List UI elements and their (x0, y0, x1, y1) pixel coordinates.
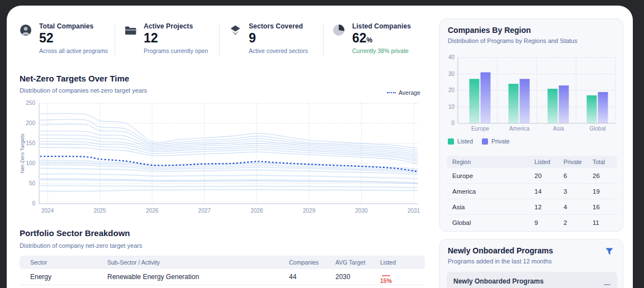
legend-label: Listed (457, 138, 473, 145)
divider (115, 23, 115, 56)
listed-swatch (448, 138, 454, 145)
table-row[interactable]: Global 9 2 11 (447, 215, 617, 230)
stat-sub: Currently 38% private (352, 47, 411, 54)
col-header-companies: Companies (289, 259, 335, 266)
svg-text:Europe: Europe (471, 126, 490, 132)
avg-target-cell: 2030 (335, 273, 380, 281)
total-cell: 19 (593, 188, 617, 195)
average-line-swatch (387, 92, 396, 93)
stat-value-suffix: % (367, 36, 373, 44)
stat-value: 12 (144, 31, 158, 45)
stat-card-listed-companies: Listed Companies 62% Currently 38% priva… (333, 22, 411, 54)
legend-item-listed[interactable]: Listed (448, 138, 473, 145)
stat-value: 52 (39, 31, 54, 45)
companies-by-region-card: Companies By Region Distribution of Prog… (439, 18, 623, 232)
filter-icon[interactable] (605, 247, 614, 256)
svg-text:2027: 2027 (198, 208, 211, 214)
newly-onboarded-card: Newly Onboarded Programs Programs added … (439, 239, 623, 288)
svg-text:0: 0 (32, 200, 35, 207)
private-cell: 2 (564, 219, 593, 226)
region-chart-legend: Listed Private (448, 138, 510, 145)
stat-label: Total Companies (39, 22, 108, 30)
region-card-title: Companies By Region (448, 26, 531, 35)
svg-text:2030: 2030 (355, 208, 368, 214)
private-cell: 4 (564, 204, 593, 210)
listed-cell: 14 (534, 188, 564, 195)
divider (219, 23, 220, 56)
table-row[interactable]: Europe 20 6 26 (447, 168, 617, 184)
region-card-subtitle: Distribution of Programs by Regions and … (448, 37, 577, 44)
svg-text:250: 250 (26, 100, 35, 106)
onboarded-list[interactable]: Newly Onboarded Programs Iberdrola Energ… (447, 272, 617, 288)
table-row[interactable]: Asia 12 4 16 (447, 199, 617, 215)
region-cell: Asia (452, 204, 534, 210)
stat-label: Sectors Covered (249, 22, 308, 30)
folder-icon (124, 24, 136, 36)
app-background: Total Companies 52 Across all active pro… (0, 0, 644, 288)
region-cell: Europe (452, 172, 534, 179)
col-header-total: Total (593, 159, 617, 165)
stat-card-active-projects: Active Projects 12 Programs currently op… (124, 22, 208, 54)
dashboard-panel: Total Companies 52 Across all active pro… (7, 6, 633, 288)
total-cell: 11 (593, 219, 617, 226)
companies-cell: 44 (289, 273, 335, 281)
pie-chart-icon (333, 24, 345, 36)
svg-text:2025: 2025 (93, 208, 106, 214)
average-legend-label: Average (399, 89, 420, 96)
svg-text:10: 10 (448, 104, 455, 110)
table-row[interactable] (20, 285, 425, 288)
stat-value: 9 (249, 31, 256, 45)
table-row[interactable]: Energy Renewable Energy Generation 44 20… (20, 269, 425, 285)
stat-value: 62 (352, 31, 367, 45)
private-cell: 3 (564, 188, 593, 195)
legend-item-private[interactable]: Private (482, 138, 510, 145)
svg-text:Asia: Asia (553, 126, 564, 132)
table-row[interactable]: America 14 3 19 (447, 184, 617, 199)
svg-text:America: America (509, 126, 530, 132)
svg-text:0: 0 (451, 120, 454, 126)
average-legend: Average (387, 89, 420, 96)
private-cell: 6 (564, 172, 593, 179)
onboarded-list-title: Newly Onboarded Programs (453, 277, 543, 285)
svg-text:200: 200 (26, 120, 35, 126)
svg-text:2029: 2029 (303, 208, 316, 214)
col-header-private: Private (564, 159, 593, 165)
col-header-region: Region (452, 159, 534, 165)
listed-cell: 20 (534, 172, 564, 179)
sector-table: Sector Sub-Sector / Activity Companies A… (20, 256, 425, 288)
svg-text:2026: 2026 (146, 208, 159, 214)
col-header-sector: Sector (30, 259, 107, 266)
sector-cell: Energy (30, 273, 107, 281)
stat-sub: Programs currently open (144, 47, 208, 54)
sector-title: Portfolio Sector Breakdown (20, 228, 130, 238)
netzero-title: Net-Zero Targets Over Time (20, 74, 129, 83)
col-header-listed: Listed (380, 259, 425, 266)
region-cell: America (452, 188, 534, 195)
svg-text:150: 150 (26, 140, 35, 146)
svg-text:50: 50 (29, 180, 36, 186)
onboarded-title: Newly Onboarded Programs (448, 246, 553, 255)
stat-sub: Across all active programs (39, 47, 108, 54)
onboarded-subtitle: Programs added in the last 12 months (448, 258, 552, 265)
col-header-avg-target: AVG Target (335, 259, 380, 266)
svg-text:2024: 2024 (41, 208, 54, 214)
sector-subtitle: Distribution of company net-zero target … (20, 242, 143, 249)
stats-row: Total Companies 52 Across all active pro… (20, 22, 426, 58)
region-table: Region Listed Private Total Europe 20 6 … (447, 156, 617, 230)
svg-text:Net-Zero Targets: Net-Zero Targets (20, 133, 25, 173)
svg-text:Global: Global (590, 126, 606, 132)
region-cell: Global (452, 219, 534, 226)
region-bar-chart: 010203040EuropeAmericaAsiaGlobal (443, 50, 621, 135)
total-cell: 16 (593, 204, 617, 210)
svg-text:20: 20 (448, 87, 455, 93)
svg-text:2031: 2031 (408, 208, 420, 214)
listed-cell: 15% (380, 270, 425, 284)
col-header-listed: Listed (534, 159, 564, 165)
svg-text:40: 40 (448, 54, 455, 60)
netzero-chart: 0501001502002502024202520262027202820292… (20, 97, 425, 217)
stat-card-sectors-covered: Sectors Covered 9 Active covered sectors (229, 22, 308, 54)
legend-label: Private (491, 138, 510, 145)
region-table-header: Region Listed Private Total (447, 156, 617, 168)
trend-dash-icon (604, 284, 610, 285)
total-cell: 26 (593, 172, 617, 179)
